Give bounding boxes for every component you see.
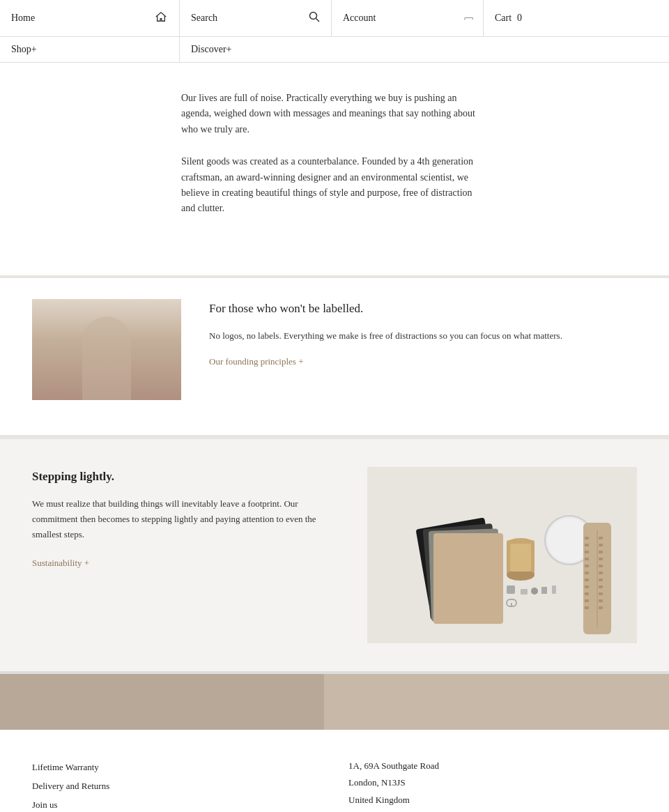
svg-rect-23 xyxy=(599,537,603,539)
svg-rect-36 xyxy=(585,585,589,588)
svg-rect-25 xyxy=(599,544,603,546)
home-label: Home xyxy=(11,13,35,24)
search-label: Search xyxy=(191,13,217,24)
stepping-heading: Stepping lightly. xyxy=(32,470,339,484)
svg-rect-6 xyxy=(433,533,503,624)
svg-line-1 xyxy=(316,19,320,22)
svg-rect-35 xyxy=(599,579,603,581)
founding-text: For those who won't be labelled. No logo… xyxy=(209,299,637,367)
svg-rect-13 xyxy=(507,585,515,594)
svg-rect-41 xyxy=(599,599,603,602)
stepping-text: Stepping lightly. We must realize that b… xyxy=(32,467,339,569)
nav-shop[interactable]: Shop+ xyxy=(0,37,180,62)
section-founding: For those who won't be labelled. No logo… xyxy=(0,278,669,435)
svg-rect-32 xyxy=(585,572,589,574)
noise-paragraph2: Silent goods was created as a counterbal… xyxy=(181,154,488,217)
founding-paragraph: No logos, no labels. Everything we make … xyxy=(209,328,637,344)
nav-home[interactable]: Home xyxy=(0,0,180,36)
svg-rect-29 xyxy=(599,558,603,560)
nav-cart[interactable]: Cart 0 xyxy=(484,0,669,36)
svg-point-15 xyxy=(531,588,538,595)
two-panels xyxy=(0,674,669,730)
account-icon: ⌐¬ xyxy=(464,13,472,24)
account-label: Account xyxy=(343,13,376,24)
founding-link[interactable]: Our founding principles + xyxy=(209,356,304,367)
svg-rect-26 xyxy=(585,551,589,553)
svg-rect-30 xyxy=(585,565,589,567)
panel-left xyxy=(0,674,324,730)
home-icon xyxy=(154,11,168,25)
svg-rect-31 xyxy=(599,565,603,567)
svg-rect-10 xyxy=(510,544,531,572)
section-stepping: Stepping lightly. We must realize that b… xyxy=(0,439,669,671)
footer-link-delivery[interactable]: Delivery and Returns xyxy=(32,776,321,795)
footer-address-line2: London, N13JS xyxy=(348,774,637,792)
svg-rect-17 xyxy=(552,585,556,594)
stepping-link[interactable]: Sustainability + xyxy=(32,558,89,568)
discover-label: Discover+ xyxy=(191,44,231,55)
svg-rect-40 xyxy=(585,599,589,602)
noise-paragraph1: Our lives are full of noise. Practically… xyxy=(181,91,488,137)
svg-rect-43 xyxy=(599,606,603,609)
svg-rect-22 xyxy=(585,537,589,539)
svg-rect-24 xyxy=(585,544,589,546)
svg-rect-34 xyxy=(585,579,589,581)
svg-rect-16 xyxy=(541,587,547,594)
footer-link-warranty[interactable]: Lifetime Warranty xyxy=(32,758,321,776)
nav-row2: Shop+ Discover+ xyxy=(0,37,669,63)
svg-rect-14 xyxy=(521,589,528,595)
nav-discover[interactable]: Discover+ xyxy=(180,37,669,62)
nav-search[interactable]: Search xyxy=(180,0,332,36)
shop-label: Shop+ xyxy=(11,44,37,55)
svg-rect-28 xyxy=(585,558,589,560)
panel-right xyxy=(324,674,669,730)
footer-address-line1: 1A, 69A Southgate Road xyxy=(348,758,637,775)
founding-image xyxy=(32,299,181,400)
svg-point-0 xyxy=(310,13,317,20)
footer: Lifetime Warranty Delivery and Returns J… xyxy=(0,730,669,812)
stepping-image xyxy=(367,467,637,643)
nav-row1: Home Search Account ⌐¬ Cart 0 xyxy=(0,0,669,37)
svg-rect-42 xyxy=(585,606,589,609)
footer-address: 1A, 69A Southgate Road London, N13JS Uni… xyxy=(348,758,637,812)
svg-rect-33 xyxy=(599,572,603,574)
nav-account[interactable]: Account ⌐¬ xyxy=(332,0,484,36)
cart-count: 0 xyxy=(517,13,522,24)
section-noise: Our lives are full of noise. Practically… xyxy=(0,63,669,275)
footer-link-joinus[interactable]: Join us xyxy=(32,795,321,812)
footer-links: Lifetime Warranty Delivery and Returns J… xyxy=(32,758,321,812)
stepping-paragraph: We must realize that building things wil… xyxy=(32,496,339,542)
svg-rect-39 xyxy=(599,592,603,595)
svg-rect-38 xyxy=(585,592,589,595)
cart-label: Cart xyxy=(495,13,512,24)
search-icon xyxy=(309,11,320,25)
founding-heading: For those who won't be labelled. xyxy=(209,302,637,316)
svg-rect-37 xyxy=(599,585,603,588)
footer-address-line3: United Kingdom xyxy=(348,792,637,809)
materials-svg xyxy=(367,467,637,643)
svg-rect-27 xyxy=(599,551,603,553)
